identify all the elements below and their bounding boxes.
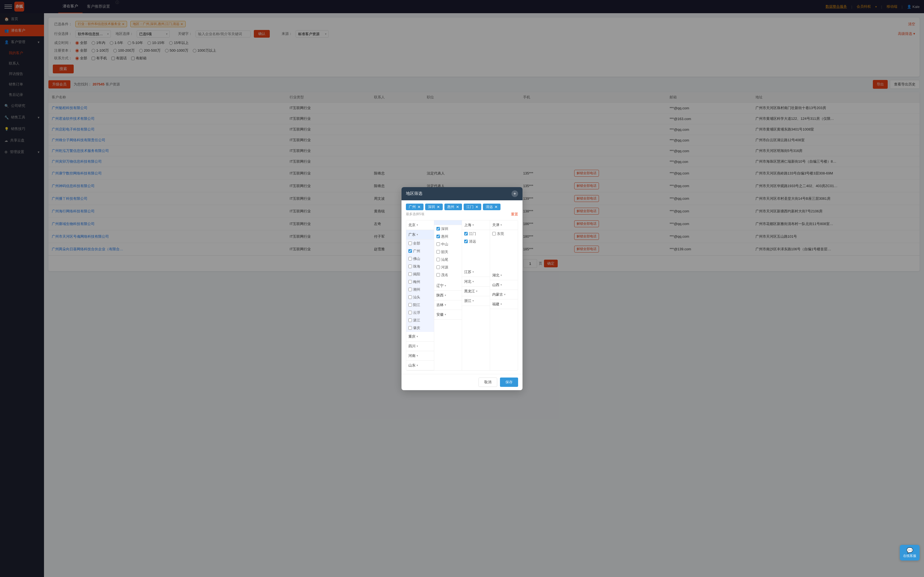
- city-meizhou[interactable]: 梅州: [406, 278, 434, 286]
- city-zhongshan[interactable]: 中山: [434, 240, 462, 248]
- chat-icon: 💬: [903, 547, 916, 554]
- spacer-1: [434, 279, 462, 281]
- province-liaoning[interactable]: 辽宁 ▾: [434, 281, 462, 291]
- checkbox-shaoguan[interactable]: [436, 250, 440, 254]
- city-all[interactable]: 全部: [406, 240, 434, 247]
- online-support-widget[interactable]: 💬 在线客服: [900, 545, 919, 561]
- region-tag-huizhou[interactable]: 惠州 ✕: [444, 204, 462, 210]
- modal-save-btn[interactable]: 保存: [500, 377, 518, 387]
- city-jiangmen[interactable]: 江门: [462, 230, 490, 238]
- checkbox-huizhou[interactable]: [436, 235, 440, 238]
- modal-header: 地区筛选 +: [402, 187, 522, 200]
- province-chongqing[interactable]: 重庆 ▾: [406, 332, 434, 342]
- modal-plus-btn[interactable]: +: [512, 190, 518, 197]
- province-jiangsu[interactable]: 江苏 ▾: [462, 268, 490, 277]
- city-zhaoqing[interactable]: 肇庆: [406, 324, 434, 332]
- checkbox-guangzhou[interactable]: [409, 249, 412, 253]
- province-fujian[interactable]: 福建 ▾: [490, 300, 518, 309]
- region-tag-qingyuan[interactable]: 清远 ✕: [483, 204, 501, 210]
- region-col-4: 天津 ▾ 东莞 湖北 ▾ 山西 ▾: [490, 220, 518, 371]
- city-dongguan[interactable]: 东莞: [490, 230, 518, 238]
- checkbox-dongguan[interactable]: [492, 232, 496, 235]
- province-neimenggu[interactable]: 内蒙古 ▾: [490, 290, 518, 300]
- liaoning-arrow: ▾: [445, 284, 446, 287]
- checkbox-all[interactable]: [409, 242, 412, 245]
- checkbox-maoming[interactable]: [436, 273, 440, 277]
- city-heyuan[interactable]: 河源: [434, 263, 462, 271]
- tag-close-guangzhou[interactable]: ✕: [417, 205, 421, 209]
- region-tag-guangzhou[interactable]: 广州 ✕: [406, 204, 423, 210]
- reset-btn[interactable]: 重置: [511, 212, 518, 217]
- city-shaoguan[interactable]: 韶关: [434, 248, 462, 256]
- region-tag-shenzhen[interactable]: 深圳 ✕: [425, 204, 443, 210]
- region-modal-overlay[interactable]: 地区筛选 + 广州 ✕ 深圳 ✕ 惠州 ✕ 江门 ✕: [0, 0, 924, 577]
- fujian-arrow: ▾: [501, 303, 502, 306]
- guangdong-arrow: ▾: [417, 233, 418, 236]
- province-heilongjiang[interactable]: 黑龙江 ▾: [462, 287, 490, 296]
- city-shenzhen[interactable]: 深圳: [434, 225, 462, 233]
- spacer-2: [462, 245, 490, 268]
- city-yangjiang[interactable]: 阳江: [406, 301, 434, 309]
- checkbox-shenzhen[interactable]: [436, 227, 440, 230]
- modal-footer: 取消 保存: [402, 374, 522, 390]
- province-tianjin[interactable]: 天津 ▾: [490, 220, 518, 230]
- city-maoming[interactable]: 茂名: [434, 271, 462, 279]
- checkbox-zhanjiang[interactable]: [409, 318, 412, 322]
- city-foshan[interactable]: 佛山: [406, 255, 434, 263]
- checkbox-zhongshan[interactable]: [436, 242, 440, 246]
- modal-cancel-btn[interactable]: 取消: [478, 377, 497, 387]
- province-anhui[interactable]: 安徽 ▾: [434, 310, 462, 319]
- checkbox-yangjiang[interactable]: [409, 303, 412, 307]
- checkbox-foshan[interactable]: [409, 257, 412, 261]
- region-modal: 地区筛选 + 广州 ✕ 深圳 ✕ 惠州 ✕ 江门 ✕: [402, 187, 522, 390]
- province-jilin[interactable]: 吉林 ▾: [434, 300, 462, 310]
- checkbox-zhaoqing[interactable]: [409, 326, 412, 330]
- checkbox-yunfu[interactable]: [409, 311, 412, 314]
- city-zhuhai[interactable]: 珠海: [406, 263, 434, 270]
- city-shantou[interactable]: 汕头: [406, 293, 434, 301]
- checkbox-chaozhou[interactable]: [409, 288, 412, 291]
- province-zhejiang[interactable]: 浙江 ▾: [462, 296, 490, 306]
- province-shaanxi[interactable]: 陕西 ▾: [434, 291, 462, 300]
- province-guangdong[interactable]: 广东 ▾: [406, 230, 434, 240]
- city-jieyang[interactable]: 揭阳: [406, 270, 434, 278]
- max-selection-hint: 最多选择5项: [406, 212, 424, 216]
- jiangsu-arrow: ▾: [472, 270, 474, 273]
- checkbox-qingyuan[interactable]: [464, 240, 468, 243]
- hubei-arrow: ▾: [501, 274, 502, 277]
- shandong-arrow: ▾: [417, 364, 418, 367]
- selected-regions-row: 广州 ✕ 深圳 ✕ 惠州 ✕ 江门 ✕ 清远 ✕: [406, 204, 518, 217]
- city-yunfu[interactable]: 云浮: [406, 309, 434, 316]
- checkbox-zhuhai[interactable]: [409, 264, 412, 268]
- region-tag-jiangmen[interactable]: 江门 ✕: [464, 204, 481, 210]
- province-henan[interactable]: 河南 ▾: [406, 351, 434, 361]
- anhui-arrow: ▾: [445, 313, 446, 316]
- province-shanghai[interactable]: 上海 ▾: [462, 220, 490, 230]
- city-shanwei[interactable]: 汕尾: [434, 256, 462, 263]
- province-hebei[interactable]: 河北 ▾: [462, 277, 490, 287]
- city-chaozhou[interactable]: 潮州: [406, 286, 434, 293]
- col2-top-spacer: [434, 220, 462, 225]
- tag-close-qingyuan[interactable]: ✕: [494, 205, 498, 209]
- tag-close-shenzhen[interactable]: ✕: [437, 205, 440, 209]
- city-guangzhou[interactable]: 广州: [406, 247, 434, 255]
- checkbox-heyuan[interactable]: [436, 266, 440, 269]
- city-zhanjiang[interactable]: 湛江: [406, 316, 434, 324]
- online-support-label: 在线客服: [903, 554, 916, 558]
- tag-close-jiangmen[interactable]: ✕: [475, 205, 478, 209]
- province-hubei[interactable]: 湖北 ▾: [490, 271, 518, 280]
- checkbox-meizhou[interactable]: [409, 280, 412, 284]
- hebei-arrow: ▾: [472, 280, 474, 283]
- henan-arrow: ▾: [417, 354, 418, 357]
- province-beijing[interactable]: 北京 ▾: [406, 220, 434, 230]
- province-sichuan[interactable]: 四川 ▾: [406, 342, 434, 351]
- checkbox-jiangmen[interactable]: [464, 232, 468, 235]
- city-qingyuan[interactable]: 清远: [462, 238, 490, 245]
- checkbox-shanwei[interactable]: [436, 258, 440, 261]
- checkbox-jieyang[interactable]: [409, 272, 412, 276]
- city-huizhou[interactable]: 惠州: [434, 233, 462, 240]
- tag-close-huizhou[interactable]: ✕: [456, 205, 459, 209]
- province-shanxi[interactable]: 山西 ▾: [490, 280, 518, 290]
- province-shandong[interactable]: 山东 ▾: [406, 361, 434, 371]
- checkbox-shantou[interactable]: [409, 295, 412, 299]
